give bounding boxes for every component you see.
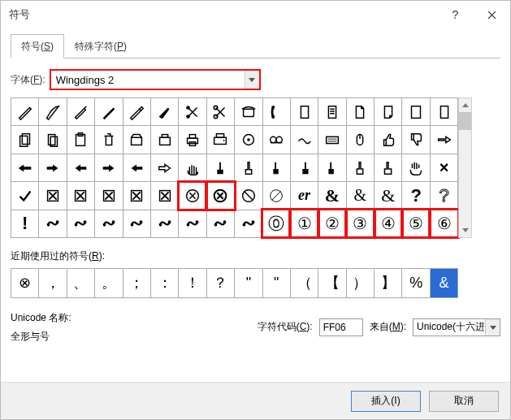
symbol-cell[interactable] — [262, 126, 290, 154]
recent-symbol-cell[interactable]: 】 — [375, 268, 402, 297]
symbol-cell[interactable] — [11, 154, 39, 181]
symbol-cell[interactable] — [206, 154, 234, 181]
symbol-cell[interactable] — [179, 210, 206, 237]
scroll-thumb[interactable] — [459, 112, 471, 130]
symbol-cell[interactable]: ⓪ — [262, 210, 290, 237]
close-button[interactable] — [474, 2, 510, 27]
recent-symbol-cell[interactable]: ： — [150, 268, 178, 297]
symbol-cell[interactable] — [375, 126, 402, 154]
symbol-cell[interactable] — [150, 182, 178, 210]
symbol-cell[interactable]: ③ — [346, 210, 374, 237]
symbol-cell[interactable] — [235, 98, 262, 126]
symbol-cell[interactable] — [206, 98, 234, 126]
symbol-cell[interactable] — [95, 126, 123, 154]
symbol-cell[interactable]: & — [375, 182, 402, 210]
symbol-cell[interactable] — [95, 182, 123, 210]
symbol-cell[interactable] — [67, 210, 94, 237]
symbol-cell[interactable] — [95, 210, 123, 237]
symbol-cell[interactable]: ④ — [375, 210, 402, 237]
symbol-cell[interactable]: ? — [430, 182, 457, 210]
recent-symbol-cell[interactable]: 、 — [67, 268, 94, 297]
recent-symbol-cell[interactable]: & — [430, 268, 457, 297]
symbol-cell[interactable] — [179, 98, 206, 126]
symbol-cell[interactable] — [318, 154, 346, 181]
symbol-cell[interactable]: ? — [402, 182, 430, 210]
symbol-cell[interactable] — [67, 98, 94, 126]
symbol-cell[interactable] — [39, 126, 67, 154]
font-select[interactable]: Wingdings 2 — [50, 70, 260, 89]
recent-symbol-cell[interactable]: ， — [39, 268, 67, 297]
symbol-cell[interactable] — [150, 98, 178, 126]
recent-symbol-cell[interactable]: 【 — [318, 268, 346, 297]
symbol-cell[interactable] — [179, 182, 206, 210]
symbol-cell[interactable] — [39, 98, 67, 126]
symbol-cell[interactable] — [67, 182, 94, 210]
recent-symbol-cell[interactable]: % — [402, 268, 430, 297]
recent-symbol-cell[interactable]: ？ — [206, 268, 234, 297]
help-button[interactable]: ? — [437, 2, 474, 27]
symbol-cell[interactable] — [123, 210, 150, 237]
symbol-cell[interactable] — [262, 154, 290, 181]
symbol-cell[interactable] — [67, 126, 94, 154]
recent-symbol-cell[interactable]: （ — [290, 268, 318, 297]
cancel-button[interactable]: 取消 — [429, 391, 499, 412]
symbol-cell[interactable] — [11, 126, 39, 154]
symbol-cell[interactable] — [95, 154, 123, 181]
symbol-cell[interactable] — [206, 182, 234, 210]
symbol-cell[interactable] — [123, 126, 150, 154]
symbol-cell[interactable] — [402, 154, 430, 181]
font-dropdown-button[interactable] — [245, 71, 259, 89]
symbol-cell[interactable]: ② — [318, 210, 346, 237]
symbol-cell[interactable] — [346, 154, 374, 181]
symbol-cell[interactable]: er — [290, 182, 318, 210]
symbol-cell[interactable]: & — [346, 182, 374, 210]
from-dropdown-button[interactable] — [485, 319, 500, 336]
recent-symbol-cell[interactable]: 。 — [95, 268, 123, 297]
symbol-cell[interactable] — [11, 182, 39, 210]
symbol-cell[interactable] — [290, 154, 318, 181]
symbol-cell[interactable] — [39, 154, 67, 181]
symbol-cell[interactable] — [402, 98, 430, 126]
symbol-cell[interactable]: ⑥ — [430, 210, 457, 237]
symbol-cell[interactable] — [346, 126, 374, 154]
symbol-cell[interactable] — [375, 154, 402, 181]
symbol-cell[interactable] — [235, 210, 262, 237]
symbol-cell[interactable] — [150, 210, 178, 237]
symbol-cell[interactable] — [430, 126, 457, 154]
symbol-cell[interactable] — [150, 154, 178, 181]
symbol-cell[interactable] — [95, 98, 123, 126]
symbol-cell[interactable] — [346, 98, 374, 126]
recent-symbol-cell[interactable]: ！ — [179, 268, 206, 297]
scroll-down-button[interactable] — [459, 223, 471, 237]
recent-symbol-cell[interactable]: " — [262, 268, 290, 297]
symbol-cell[interactable] — [318, 126, 346, 154]
symbol-cell[interactable] — [430, 98, 457, 126]
symbol-cell[interactable] — [67, 154, 94, 181]
scroll-up-button[interactable] — [459, 98, 471, 112]
tab-special-chars[interactable]: 特殊字符(P) — [64, 34, 137, 58]
symbol-cell[interactable]: & — [318, 182, 346, 210]
symbol-cell[interactable] — [39, 182, 67, 210]
symbol-cell[interactable] — [290, 126, 318, 154]
symbol-cell[interactable] — [206, 210, 234, 237]
from-select[interactable]: Unicode(十六进制 — [413, 318, 500, 336]
recent-symbol-cell[interactable]: ） — [346, 268, 374, 297]
symbol-cell[interactable] — [123, 182, 150, 210]
symbol-cell[interactable] — [150, 126, 178, 154]
symbol-cell[interactable] — [262, 98, 290, 126]
char-code-input[interactable]: FF06 — [319, 318, 363, 336]
symbol-cell[interactable] — [235, 154, 262, 181]
symbol-cell[interactable] — [262, 182, 290, 210]
recent-symbol-cell[interactable]: ⊗ — [11, 268, 39, 297]
symbol-cell[interactable] — [235, 126, 262, 154]
symbol-cell[interactable] — [123, 98, 150, 126]
recent-symbol-cell[interactable]: " — [235, 268, 262, 297]
grid-scrollbar[interactable] — [458, 97, 472, 238]
symbol-cell[interactable] — [375, 98, 402, 126]
symbol-cell[interactable]: ① — [290, 210, 318, 237]
scroll-track[interactable] — [459, 112, 471, 223]
symbol-cell[interactable]: ! — [11, 210, 39, 237]
symbol-cell[interactable] — [179, 154, 206, 181]
insert-button[interactable]: 插入(I) — [351, 391, 421, 412]
symbol-cell[interactable] — [318, 98, 346, 126]
